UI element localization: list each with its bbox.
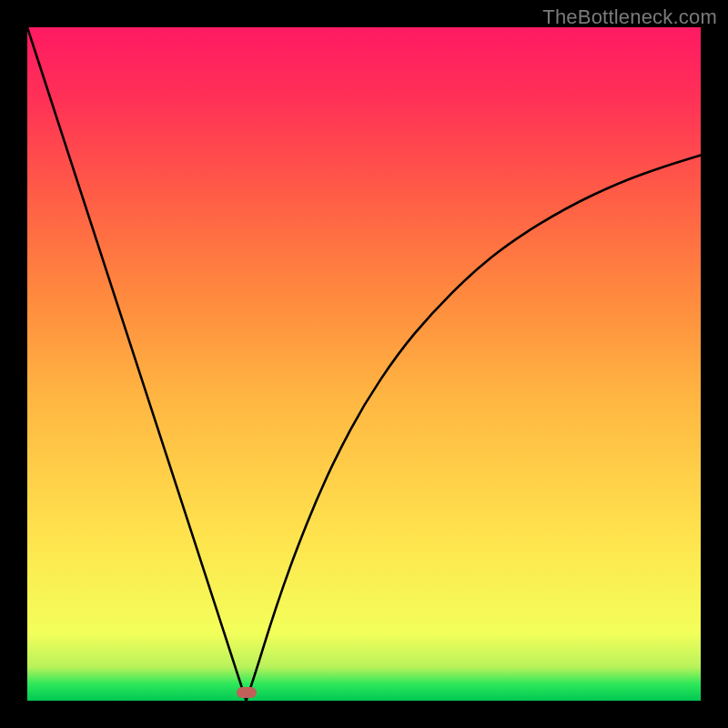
bottleneck-curve	[27, 27, 701, 701]
watermark-text: TheBottleneck.com	[542, 5, 717, 29]
optimum-marker	[237, 687, 257, 698]
chart-curve-svg	[27, 27, 701, 701]
chart-frame	[27, 27, 701, 701]
